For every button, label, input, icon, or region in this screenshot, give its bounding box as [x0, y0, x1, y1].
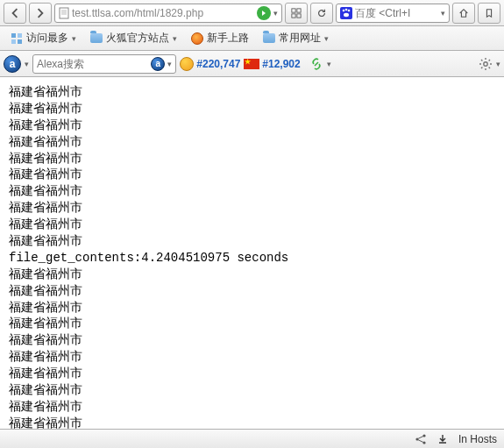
svg-point-20	[422, 441, 425, 444]
reload-button[interactable]	[310, 3, 333, 24]
search-bar[interactable]: ▾	[336, 4, 450, 23]
address-bar[interactable]: ▾	[54, 4, 282, 23]
most-visited-icon	[11, 32, 23, 45]
alexa-search-bar[interactable]: a ▾	[32, 54, 176, 74]
firefox-site-label: 火狐官方站点	[106, 31, 169, 46]
output-line: 福建省福州市	[9, 134, 495, 151]
svg-point-17	[484, 61, 487, 65]
alexa-cn-rank[interactable]: #12,902	[244, 58, 300, 70]
svg-rect-4	[292, 8, 295, 11]
china-flag-icon	[244, 59, 259, 69]
home-button[interactable]	[452, 3, 475, 24]
common-urls-label: 常用网址	[279, 31, 321, 46]
page-icon	[59, 7, 69, 19]
bookmarks-toolbar: 访问最多 ▾ 火狐官方站点 ▾ 新手上路 常用网址 ▾	[0, 26, 504, 51]
global-rank-value: #220,747	[196, 58, 240, 70]
svg-rect-0	[60, 8, 68, 18]
most-visited-item[interactable]: 访问最多 ▾	[5, 29, 82, 47]
output-line: 福建省福州市	[9, 399, 495, 416]
svg-point-12	[344, 12, 349, 16]
svg-line-22	[418, 439, 423, 442]
main-toolbar: ▾ ▾	[0, 0, 504, 26]
timing-file-get-contents: file_get_contents:4.2404510975 seconds	[9, 250, 495, 267]
output-line: 福建省福州市	[9, 183, 495, 200]
svg-rect-14	[18, 33, 22, 38]
bookmark-button[interactable]	[478, 3, 500, 24]
chevron-down-icon: ▾	[173, 34, 177, 43]
alexa-toolbar: a ▾ a ▾ #220,747 #12,902 ▾ ▾	[0, 51, 504, 77]
firefox-site-item[interactable]: 火狐官方站点 ▾	[85, 29, 182, 47]
output-line: 福建省福州市	[9, 316, 495, 332]
alexa-search-dropdown-icon[interactable]: ▾	[167, 60, 172, 68]
output-line: 福建省福州市	[9, 332, 495, 349]
link-icon	[309, 57, 323, 71]
alexa-search-input[interactable]	[37, 58, 148, 70]
chevron-down-icon: ▾	[72, 34, 76, 43]
globe-icon	[180, 57, 194, 71]
output-line: 福建省福州市	[9, 267, 495, 283]
output-line: 福建省福州市	[9, 101, 495, 117]
forward-button[interactable]	[29, 3, 52, 24]
search-input[interactable]	[355, 7, 438, 19]
search-dropdown-icon[interactable]: ▾	[441, 9, 445, 18]
getting-started-label: 新手上路	[207, 31, 249, 46]
getting-started-item[interactable]: 新手上路	[186, 29, 254, 47]
output-line: 福建省福州市	[9, 117, 495, 134]
folder-icon	[90, 33, 103, 43]
folder-icon	[263, 33, 275, 43]
output-line: 福建省福州市	[9, 167, 495, 183]
settings-gear-icon[interactable]	[479, 57, 493, 71]
output-line: 福建省福州市	[9, 151, 495, 167]
output-line: 福建省福州市	[9, 84, 495, 101]
svg-rect-7	[297, 13, 301, 17]
firefox-icon	[191, 32, 203, 45]
in-hosts-label[interactable]: In Hosts	[458, 433, 497, 445]
baidu-icon	[340, 7, 352, 19]
output-line: 福建省福州市	[9, 300, 495, 316]
download-icon[interactable]	[437, 434, 448, 444]
alexa-global-rank[interactable]: #220,747	[180, 57, 240, 71]
settings-dropdown-icon[interactable]: ▾	[496, 60, 500, 68]
output-line: 福建省福州市	[9, 283, 495, 300]
output-line: 福建省福州市	[9, 349, 495, 366]
output-line: 福建省福州市	[9, 217, 495, 233]
alexa-menu-dropdown-icon[interactable]: ▾	[25, 60, 29, 68]
share-icon[interactable]	[415, 433, 427, 445]
alexa-link-item[interactable]: ▾	[304, 55, 337, 73]
output-line: 福建省福州市	[9, 233, 495, 250]
cn-rank-value: #12,902	[262, 58, 300, 70]
alexa-logo-icon[interactable]: a	[4, 55, 21, 73]
output-line: 福建省福州市	[9, 382, 495, 399]
url-dropdown-icon[interactable]: ▾	[273, 9, 278, 18]
output-line: 福建省福州市	[9, 366, 495, 382]
svg-rect-13	[11, 33, 16, 38]
status-bar: In Hosts	[0, 429, 504, 448]
svg-point-11	[348, 9, 351, 11]
chevron-down-icon: ▾	[327, 60, 331, 68]
svg-line-21	[418, 436, 423, 438]
chevron-down-icon: ▾	[324, 34, 329, 43]
svg-rect-15	[11, 39, 16, 44]
common-urls-item[interactable]: 常用网址 ▾	[258, 29, 334, 47]
svg-rect-5	[297, 8, 301, 11]
back-button[interactable]	[4, 3, 26, 24]
svg-rect-6	[292, 13, 295, 17]
output-line: 福建省福州市	[9, 200, 495, 217]
output-block-1: 福建省福州市福建省福州市福建省福州市福建省福州市福建省福州市福建省福州市福建省福…	[9, 84, 495, 250]
grid-button[interactable]	[285, 3, 308, 24]
svg-point-9	[343, 9, 345, 11]
url-input[interactable]	[72, 7, 254, 19]
output-block-2: 福建省福州市福建省福州市福建省福州市福建省福州市福建省福州市福建省福州市福建省福…	[9, 267, 495, 432]
svg-point-10	[345, 8, 348, 11]
most-visited-label: 访问最多	[26, 31, 68, 46]
svg-rect-16	[18, 39, 22, 44]
page-content: 福建省福州市福建省福州市福建省福州市福建省福州市福建省福州市福建省福州市福建省福…	[0, 77, 504, 448]
svg-point-19	[422, 434, 425, 437]
go-icon[interactable]	[257, 6, 271, 20]
alexa-go-icon[interactable]: a	[151, 57, 165, 71]
